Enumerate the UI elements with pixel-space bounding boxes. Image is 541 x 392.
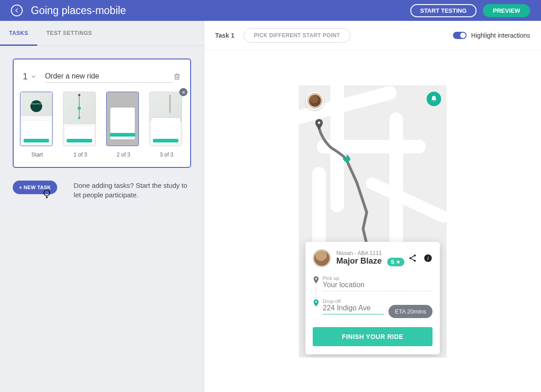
help-text: Done adding tasks? Start the study to le… bbox=[74, 181, 191, 200]
thumb-1[interactable] bbox=[63, 92, 96, 146]
start-testing-button[interactable]: START TESTING bbox=[410, 4, 477, 17]
pin-icon bbox=[313, 276, 320, 284]
close-icon bbox=[182, 90, 186, 94]
finish-ride-button[interactable]: FINISH YOUR RIDE bbox=[313, 327, 433, 346]
bell-icon bbox=[430, 95, 438, 103]
svg-text:i: i bbox=[428, 255, 429, 261]
thumb-2[interactable] bbox=[106, 92, 139, 146]
dropoff-label: Drop-off bbox=[323, 299, 384, 304]
svg-point-0 bbox=[44, 190, 50, 196]
pickup-value[interactable]: Your location bbox=[323, 281, 433, 291]
tab-test-settings[interactable]: TEST SETTINGS bbox=[37, 21, 101, 45]
car-icon bbox=[341, 153, 352, 166]
highlight-toggle-label: Highlight interactions bbox=[471, 32, 530, 39]
task-title-input[interactable] bbox=[45, 70, 173, 83]
info-icon[interactable]: i bbox=[423, 254, 433, 263]
thumb-caption-start: Start bbox=[20, 152, 54, 158]
arrow-left-icon bbox=[14, 7, 20, 14]
sidebar: TASKS TEST SETTINGS 1 Going Places bbox=[0, 21, 204, 392]
thumb-start[interactable]: Going Places bbox=[20, 92, 53, 146]
highlight-toggle[interactable] bbox=[453, 32, 467, 39]
cursor-icon bbox=[42, 189, 52, 201]
thumb-caption-3: 3 of 3 bbox=[149, 152, 184, 158]
user-avatar-pin[interactable] bbox=[306, 92, 324, 110]
task-card[interactable]: 1 Going Places Start bbox=[13, 59, 191, 168]
preview-panel: Task 1 PICK DIFFERENT START POINT Highli… bbox=[204, 21, 541, 392]
thumb-3[interactable] bbox=[149, 92, 182, 146]
pick-start-point-button[interactable]: PICK DIFFERENT START POINT bbox=[244, 28, 351, 43]
preview-button[interactable]: PREVIEW bbox=[483, 4, 530, 17]
ride-sheet: Nissan - ABA 1111 Major Blaze 5 bbox=[305, 242, 440, 354]
preview-task-label: Task 1 bbox=[215, 32, 235, 39]
pin-destination-icon bbox=[313, 299, 320, 308]
tab-tasks[interactable]: TASKS bbox=[0, 21, 37, 45]
star-icon bbox=[396, 260, 401, 265]
driver-name: Major Blaze bbox=[336, 256, 382, 265]
pickup-label: Pick up bbox=[323, 275, 433, 281]
sidebar-tabs: TASKS TEST SETTINGS bbox=[0, 21, 204, 46]
chevron-down-icon[interactable] bbox=[30, 74, 37, 80]
origin-pin-icon bbox=[314, 119, 324, 133]
task-number: 1 bbox=[23, 71, 28, 82]
trash-icon[interactable] bbox=[173, 73, 181, 81]
car-model: Nissan - ABA 1111 bbox=[336, 250, 408, 256]
dropoff-value[interactable]: 224 Indigo Ave bbox=[323, 304, 384, 314]
share-icon[interactable] bbox=[408, 254, 417, 263]
rating-badge: 5 bbox=[387, 258, 404, 266]
thumb-caption-1: 1 of 3 bbox=[63, 152, 98, 158]
app-header: Going places-mobile START TESTING PREVIE… bbox=[0, 0, 541, 21]
thumb-caption-2: 2 of 3 bbox=[106, 152, 141, 158]
device-preview: Nissan - ABA 1111 Major Blaze 5 bbox=[299, 85, 447, 358]
notification-button[interactable] bbox=[427, 92, 441, 106]
thumb-remove-button[interactable] bbox=[179, 88, 187, 96]
driver-avatar bbox=[313, 249, 331, 267]
page-title: Going places-mobile bbox=[31, 5, 410, 17]
back-button[interactable] bbox=[11, 5, 23, 16]
eta-badge: ETA 20mins bbox=[389, 305, 433, 318]
